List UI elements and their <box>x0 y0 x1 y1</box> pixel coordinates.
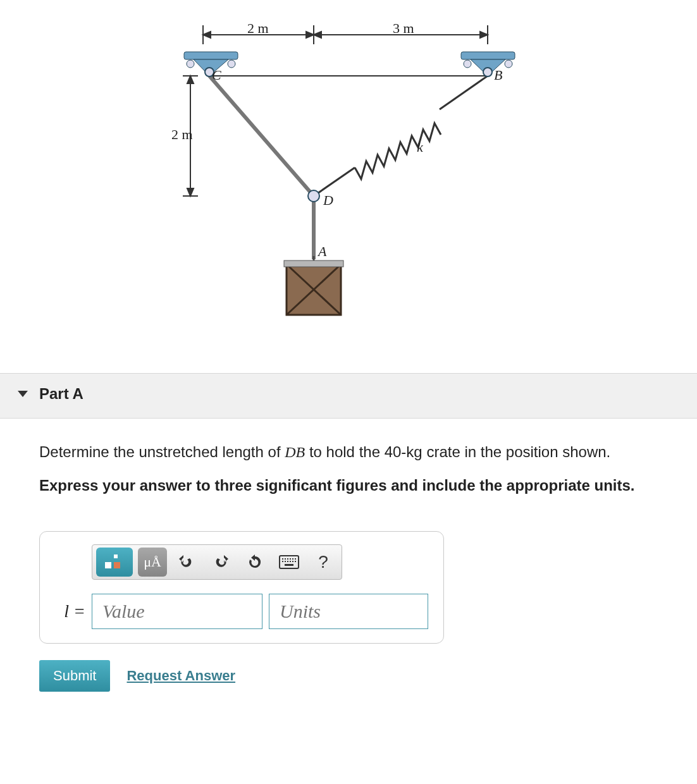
help-button[interactable]: ? <box>309 548 338 577</box>
q-unit: kg <box>406 443 422 460</box>
svg-rect-35 <box>292 558 293 560</box>
q-post: crate in the position shown. <box>423 443 611 460</box>
figure-area: 2 m 3 m 2 m C B D A k <box>0 0 697 373</box>
svg-point-19 <box>464 60 471 68</box>
svg-rect-36 <box>295 558 296 560</box>
dim-vert: 2 m <box>171 126 193 143</box>
svg-rect-42 <box>295 561 296 562</box>
question-body: Determine the unstretched length of DB t… <box>0 419 697 518</box>
svg-rect-33 <box>287 558 288 560</box>
svg-rect-13 <box>184 52 238 59</box>
svg-rect-37 <box>282 561 283 562</box>
keyboard-button[interactable] <box>274 548 304 577</box>
svg-point-15 <box>187 60 194 68</box>
q-mid: to hold the 40- <box>305 443 406 460</box>
label-d: D <box>323 192 333 209</box>
svg-rect-28 <box>114 554 118 558</box>
figure: 2 m 3 m 2 m C B D A k <box>171 6 526 322</box>
redo-button[interactable] <box>206 548 235 577</box>
svg-rect-40 <box>290 561 291 562</box>
submit-row: Submit Request Answer <box>39 660 697 692</box>
svg-rect-41 <box>292 561 293 562</box>
reset-button[interactable] <box>240 548 269 577</box>
templates-button[interactable] <box>96 548 133 577</box>
question-text: Determine the unstretched length of DB t… <box>39 438 691 467</box>
svg-rect-34 <box>290 558 291 560</box>
svg-rect-39 <box>287 561 288 562</box>
equation-toolbar: μÅ ? <box>92 544 342 580</box>
svg-rect-38 <box>285 561 286 562</box>
svg-point-20 <box>505 60 512 68</box>
submit-button[interactable]: Submit <box>39 660 110 692</box>
label-c: C <box>212 67 221 83</box>
request-answer-link[interactable]: Request Answer <box>126 668 235 684</box>
label-b: B <box>494 67 502 83</box>
figure-svg <box>171 6 526 322</box>
instruction-text: Express your answer to three significant… <box>39 471 691 500</box>
dim-top-left: 2 m <box>247 20 269 37</box>
symbols-button[interactable]: μÅ <box>138 548 167 577</box>
svg-rect-43 <box>285 564 293 566</box>
collapse-caret-icon <box>18 391 28 397</box>
svg-point-18 <box>483 68 492 77</box>
svg-rect-32 <box>285 558 286 560</box>
answer-lhs: l = <box>54 601 85 622</box>
units-input[interactable] <box>269 594 428 629</box>
svg-rect-31 <box>282 558 283 560</box>
value-input[interactable] <box>92 594 262 629</box>
answer-box: μÅ ? l = <box>39 531 444 644</box>
svg-point-16 <box>228 60 235 68</box>
dim-top-right: 3 m <box>393 20 414 37</box>
input-row: l = <box>54 594 429 629</box>
svg-rect-17 <box>461 52 515 59</box>
svg-rect-29 <box>114 562 120 568</box>
svg-line-9 <box>209 76 314 196</box>
q-pre: Determine the unstretched length of <box>39 443 285 460</box>
svg-line-10 <box>314 168 355 196</box>
svg-rect-26 <box>284 260 343 267</box>
svg-rect-27 <box>105 562 111 568</box>
label-k: k <box>417 139 423 156</box>
part-title: Part A <box>39 385 83 403</box>
label-a: A <box>318 243 326 260</box>
part-header[interactable]: Part A <box>0 373 697 419</box>
svg-point-21 <box>308 190 319 202</box>
svg-line-11 <box>440 76 488 109</box>
q-sym: DB <box>285 444 305 460</box>
undo-button[interactable] <box>172 548 201 577</box>
